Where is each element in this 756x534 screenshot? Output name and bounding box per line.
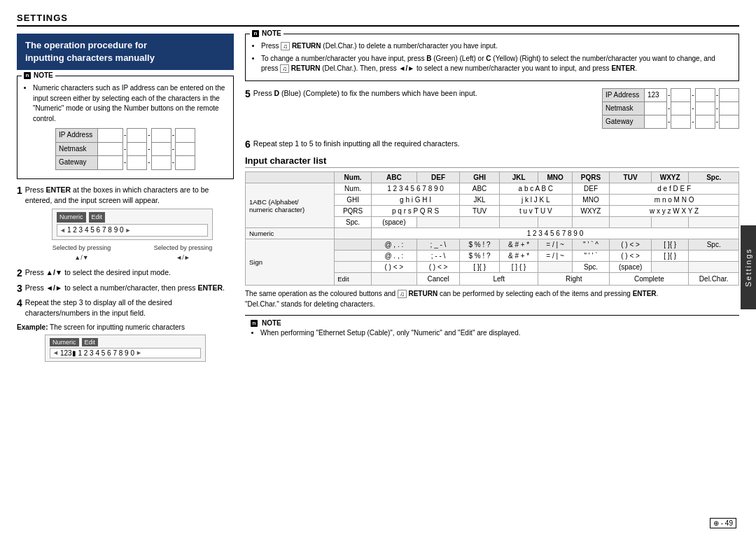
- ip-address-val: [97, 129, 122, 143]
- edit-label: Edit: [89, 212, 106, 223]
- step-3-text: Press ◄/► to select a number/character, …: [25, 283, 234, 293]
- step-2: 2 Press ▲/▼ to select the desired input …: [17, 267, 234, 278]
- cell-jkl: JKL: [460, 195, 500, 206]
- step-1-number: 1: [17, 185, 22, 197]
- row-label-sign: Sign: [246, 239, 335, 286]
- gateway-label: Gateway: [55, 156, 97, 170]
- sign-r2c6: Spc.: [572, 262, 609, 273]
- bottom-note-content: When performing "Ethernet Setup (Cable)"…: [251, 329, 734, 337]
- header-wxyz: WXYZ: [651, 172, 688, 183]
- cell-ghi-chars: g h i G H I: [371, 195, 459, 206]
- input-row-2: ◄ 123▮ 1 2 3 4 5 6 7 8 9 0 ►: [50, 348, 201, 358]
- left-column: The operation procedure for inputting ch…: [17, 34, 234, 365]
- sign-r2c2: ( ) < >: [416, 262, 460, 273]
- cell-ghi: GHI: [335, 195, 372, 206]
- step-4-text: Repeat the step 3 to display all of the …: [25, 297, 234, 318]
- sign-r2c1: ( ) < >: [371, 262, 416, 273]
- numeric-label-2: Numeric: [50, 338, 79, 346]
- sign-h1: @ , . :: [371, 239, 416, 251]
- char-row-1abc-1: 1ABC (Alphabet/numeric character) Num. 1…: [246, 183, 739, 195]
- cell-num-header: Num.: [335, 183, 372, 195]
- sign-r1c7: ( ) < >: [610, 251, 652, 262]
- header-mno: MNO: [538, 172, 573, 183]
- sign-r2c7: (space): [610, 262, 652, 273]
- left-arrow: ◄: [59, 226, 66, 235]
- step-4-number: 4: [17, 297, 22, 309]
- sign-r1c3: $ % ! ?: [460, 251, 500, 262]
- example-label: Example: The screen for inputting numeri…: [17, 323, 234, 331]
- ip-table-left: IP Address - - - Netmask: [55, 128, 195, 170]
- header-spc: Spc.: [689, 172, 739, 183]
- left-note-bullet-1: Numeric characters such as IP address ca…: [33, 83, 227, 124]
- edit-right: Right: [538, 273, 610, 286]
- cell-pqrs-chars: p q r s P Q R S: [371, 206, 459, 217]
- sign-r1c8: [ ]{ }: [651, 251, 688, 262]
- selected-label-1: Selected by pressing: [52, 244, 111, 253]
- step-6-number: 6: [245, 139, 251, 150]
- cell-def: DEF: [572, 183, 609, 195]
- left-note-box: n NOTE Numeric characters such as IP add…: [17, 76, 234, 179]
- settings-sidebar-tab: Settings: [741, 225, 756, 309]
- step-2-text: Press ▲/▼ to select the desired input mo…: [25, 267, 234, 278]
- updown-symbol: ▲/▼: [74, 253, 88, 262]
- gateway-label-5: Gateway: [602, 115, 644, 128]
- sign-h2: ; _ - \: [416, 239, 460, 251]
- sign-h6: " ' ` ^: [572, 239, 609, 251]
- cell-jkl-chars: j k l J K L: [499, 195, 572, 206]
- step-6: 6 Repeat step 1 to 5 to finish inputting…: [245, 139, 739, 149]
- left-note-content: Numeric characters such as IP address ca…: [23, 83, 227, 170]
- sign-h8: [ ]{ }: [651, 239, 688, 251]
- numeric-screen-1: Numeric Edit ◄ 1 2 3 4 5 6 7 8 9 0 ►: [52, 209, 213, 240]
- bottom-note-title: n NOTE: [251, 319, 734, 327]
- title-line2: inputting characters manually: [25, 52, 155, 63]
- step-6-text: Repeat step 1 to 5 to finish inputting a…: [253, 139, 739, 149]
- selected-by-symbols: ▲/▼ ◄/►: [31, 253, 234, 262]
- step-3-number: 3: [17, 283, 22, 295]
- step-1: 1 Press ENTER at the boxes in which char…: [17, 185, 234, 262]
- note-icon: n: [24, 72, 31, 79]
- ip-table-5: IP Address 123 - - - Netmask -: [602, 88, 739, 129]
- bottom-note-bullet: When performing "Ethernet Setup (Cable)"…: [260, 329, 734, 337]
- sign-r2c3: [ ]{ }: [460, 262, 500, 273]
- row-label-1abc: 1ABC (Alphabet/numeric character): [246, 183, 335, 228]
- selected-label-2: Selected by pressing: [154, 244, 213, 253]
- cell-spc-label: Spc.: [335, 217, 372, 228]
- cell-def-chars: d e f D E F: [610, 183, 739, 195]
- edit-label-2: Edit: [82, 338, 99, 346]
- input-row: ◄ 1 2 3 4 5 6 7 8 9 0 ►: [57, 224, 208, 237]
- left-arrow-2: ◄: [52, 349, 59, 356]
- edit-delchar: Del.Char.: [689, 273, 739, 286]
- step-5: IP Address 123 - - - Netmask -: [245, 88, 739, 133]
- step-1-text: Press ENTER at the boxes in which charac…: [25, 185, 234, 205]
- header-ghi: GHI: [460, 172, 500, 183]
- char-table-header: Num. ABC DEF GHI JKL MNO PQRS TUV WXYZ S…: [246, 172, 739, 183]
- page-number: ⊕ - 49: [710, 518, 736, 528]
- ip-address-label-5: IP Address: [602, 88, 644, 101]
- cell-wxyz: WXYZ: [572, 206, 609, 217]
- numeric-label: Numeric: [57, 212, 86, 223]
- table-note: The same operation as the coloured butto…: [245, 289, 739, 309]
- sign-r1c1: @ . , :: [371, 251, 416, 262]
- cell-wxyz-chars: w x y z W X Y Z: [610, 206, 739, 217]
- ip-address-label: IP Address: [55, 129, 97, 143]
- char-row-numeric: Numeric 1 2 3 4 5 6 7 8 9 0: [246, 228, 739, 239]
- sign-header-row: Sign @ , . : ; _ - \ $ % ! ? & # + * = /…: [246, 239, 739, 251]
- cell-tuv-chars: t u v T U V: [499, 206, 572, 217]
- left-note-title: n NOTE: [22, 71, 55, 79]
- cell-pqrs: PQRS: [335, 206, 372, 217]
- right-note-title: n NOTE: [250, 29, 284, 37]
- header-def: DEF: [416, 172, 460, 183]
- sign-r1c4: & # + *: [499, 251, 538, 262]
- header-jkl: JKL: [499, 172, 538, 183]
- header-empty: [246, 172, 335, 183]
- sign-r1c2: ; - - \: [416, 251, 460, 262]
- right-note-box: n NOTE Press ♫ RETURN (Del.Char.) to del…: [245, 34, 739, 81]
- right-note-bullet-1: Press ♫ RETURN (Del.Char.) to delete a n…: [261, 41, 733, 52]
- header-tuv: TUV: [610, 172, 652, 183]
- header-abc: ABC: [371, 172, 416, 183]
- step-5-text: Press D (Blue) (Complete) to fix the num…: [253, 88, 595, 99]
- header-num: Num.: [335, 172, 372, 183]
- input-digits: 1 2 3 4 5 6 7 8 9 0: [67, 225, 124, 235]
- edit-cancel: Cancel: [416, 273, 460, 286]
- cell-abc-chars: a b c A B C: [499, 183, 572, 195]
